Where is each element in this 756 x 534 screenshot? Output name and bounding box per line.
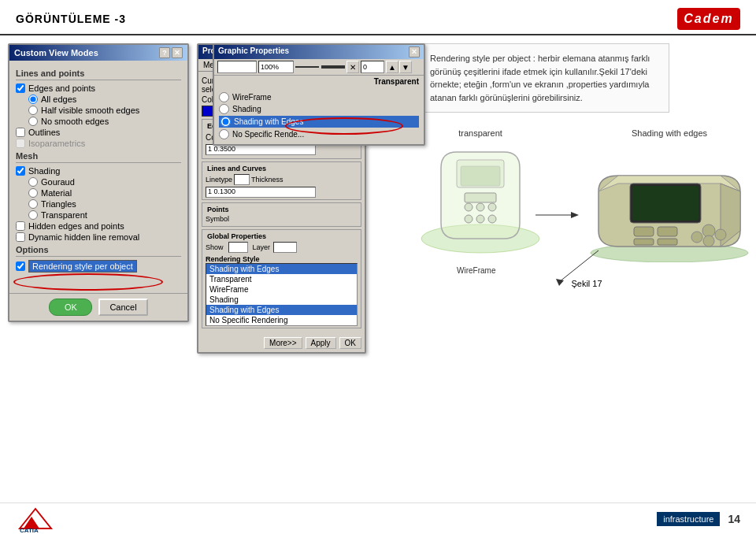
- half-visible-radio[interactable]: [28, 106, 38, 115]
- material-radio-item: Material: [28, 188, 181, 198]
- svg-rect-20: [658, 227, 677, 236]
- footer-right: infrastructure 14: [657, 512, 740, 526]
- gouraud-radio[interactable]: [28, 177, 38, 187]
- gp-dropdown-1[interactable]: [217, 61, 257, 73]
- help-button[interactable]: ?: [159, 47, 170, 58]
- svg-point-7: [488, 215, 496, 223]
- dynamic-hidden-checkbox[interactable]: [16, 232, 25, 242]
- gp-option-wireframe[interactable]: WireFrame: [219, 92, 419, 102]
- thickness2-label: Thickness: [251, 176, 284, 184]
- rendering-item-4[interactable]: Shading with Edges: [206, 305, 357, 315]
- shading-checkbox[interactable]: [16, 166, 25, 176]
- triangles-label: Triangles: [41, 199, 76, 209]
- thickness-row: 1 0.3500: [206, 144, 358, 155]
- dynamic-hidden-label: Dynamic hidden line removal: [28, 232, 139, 242]
- ok-button[interactable]: OK: [49, 299, 92, 316]
- linetype2-field[interactable]: [234, 174, 250, 185]
- lines-curves-section: Lines and Curves Linetype Thickness 1 0.…: [202, 161, 361, 200]
- rendering-item-2[interactable]: WireFrame: [206, 284, 357, 295]
- svg-point-5: [465, 215, 472, 223]
- catia-logo-area: CATIA: [16, 505, 55, 532]
- rendering-item-5[interactable]: No Specific Rendering: [206, 315, 357, 325]
- triangles-radio[interactable]: [28, 199, 38, 209]
- gp-transparent-label: Transparent: [214, 76, 424, 87]
- transparent-phone-wrapper: transparent: [417, 128, 543, 254]
- gp-close-btn[interactable]: ✕: [409, 46, 420, 57]
- rendering-style-label2: Rendering Style: [206, 255, 358, 263]
- svg-point-16: [691, 232, 702, 243]
- svg-point-18: [715, 229, 726, 240]
- rendering-item-3[interactable]: Shading: [206, 295, 357, 305]
- gp-wireframe-radio[interactable]: [219, 92, 229, 102]
- gp-dn-btn[interactable]: ▼: [399, 61, 412, 73]
- points-section: Points Symbol: [202, 202, 361, 227]
- all-edges-radio[interactable]: [28, 95, 38, 104]
- apply-button[interactable]: Apply: [306, 337, 336, 349]
- svg-rect-19: [634, 227, 654, 236]
- gp-shading-radio[interactable]: [219, 104, 229, 114]
- gouraud-label: Gouraud: [41, 177, 75, 187]
- gp-title: Graphic Properties: [218, 46, 289, 57]
- gp-num-field[interactable]: 0: [361, 61, 384, 73]
- rendering-item-0[interactable]: Shading with Edges: [206, 264, 357, 274]
- rendering-style-checkbox-item: Rendering style per object: [16, 260, 181, 273]
- gp-titlebar: Graphic Properties ✕: [214, 45, 424, 59]
- edges-points-label: Edges and points: [28, 83, 95, 93]
- rendering-style-checkbox[interactable]: [16, 261, 25, 271]
- gp-line-thick: [321, 65, 345, 69]
- outlines-checkbox-item: Outlines: [16, 128, 181, 137]
- rendering-listbox[interactable]: Shading with Edges Transparent WireFrame…: [206, 263, 358, 326]
- transparent-phone-svg: [417, 144, 543, 254]
- material-radio[interactable]: [28, 188, 38, 198]
- transparent-label: transparent: [458, 128, 502, 138]
- gp-shading-edges-radio[interactable]: [220, 117, 231, 127]
- edges-points-checkbox[interactable]: [16, 83, 25, 93]
- show-field[interactable]: [228, 242, 248, 253]
- shading-phone-svg: [583, 144, 756, 262]
- gp-x-button[interactable]: ✕: [346, 61, 359, 73]
- show-label: Show: [206, 243, 224, 251]
- no-smooth-radio[interactable]: [28, 117, 38, 126]
- properties-buttons: More>> Apply OK: [198, 334, 365, 352]
- footer-brand-box: infrastructure: [657, 512, 720, 526]
- edges-points-checkbox-item: Edges and points: [16, 83, 181, 93]
- layer-label: Layer: [253, 243, 271, 251]
- no-smooth-label: No smooth edges: [41, 117, 109, 126]
- svg-point-6: [476, 215, 484, 223]
- hidden-edges-checkbox[interactable]: [16, 221, 25, 231]
- thickness-field[interactable]: 1 0.3500: [206, 144, 316, 155]
- hidden-edges-checkbox-item: Hidden edges and points: [16, 221, 181, 231]
- gp-no-specific-radio[interactable]: [219, 129, 229, 139]
- svg-text:CATIA: CATIA: [20, 527, 39, 532]
- no-smooth-radio-item: No smooth edges: [28, 117, 181, 126]
- transparent-radio[interactable]: [28, 210, 38, 220]
- close-button[interactable]: ✕: [172, 47, 183, 58]
- svg-line-23: [559, 250, 598, 282]
- page-header: GÖRÜNTÜLEME -3 Cadem: [0, 0, 756, 35]
- svg-rect-22: [658, 239, 677, 245]
- isoparametrics-checkbox[interactable]: [16, 139, 25, 148]
- rendering-style-label: Rendering style per object: [28, 260, 137, 273]
- gp-option-no-specific[interactable]: No Specific Rende...: [219, 129, 419, 139]
- more-button[interactable]: More>>: [264, 337, 302, 349]
- outlines-checkbox[interactable]: [16, 128, 25, 137]
- gp-option-shading-edges[interactable]: Shading with Edges: [219, 116, 419, 128]
- all-edges-radio-item: All edges: [28, 95, 181, 104]
- svg-point-3: [476, 203, 484, 211]
- gp-option-shading[interactable]: Shading: [219, 104, 419, 114]
- page-footer: CATIA infrastructure 14: [0, 502, 756, 534]
- global-props-title: Global Properties: [206, 232, 268, 240]
- cancel-button[interactable]: Cancel: [98, 299, 147, 316]
- rendering-item-1[interactable]: Transparent: [206, 274, 357, 284]
- wireframe-arrow-svg: [551, 247, 614, 286]
- gp-percent-field[interactable]: 100%: [258, 61, 294, 73]
- svg-point-2: [465, 203, 472, 211]
- props-ok-button[interactable]: OK: [339, 337, 361, 349]
- material-label: Material: [41, 188, 72, 198]
- layer-field[interactable]: [273, 242, 297, 253]
- thickness2-field[interactable]: 1 0.1300: [206, 187, 316, 198]
- gp-up-btn[interactable]: ▲: [386, 61, 398, 73]
- svg-point-4: [488, 203, 496, 211]
- cadem-logo: Cadem: [677, 8, 740, 30]
- gp-line-controls: [295, 65, 345, 69]
